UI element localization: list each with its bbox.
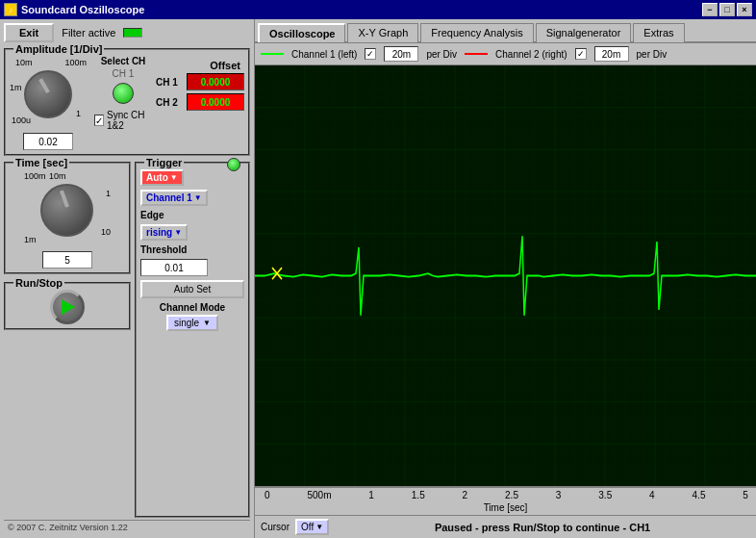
time-label-10m: 10m bbox=[49, 171, 66, 181]
offset-label: Offset bbox=[156, 60, 240, 71]
chevron-down-icon: ▼ bbox=[203, 319, 211, 327]
run-stop-button[interactable] bbox=[50, 290, 85, 324]
amplitude-label: Amplitude [1/Div] bbox=[13, 43, 104, 55]
x-tick-3_5: 3.5 bbox=[598, 490, 612, 500]
ch1-per-div-label: per Div bbox=[426, 49, 457, 60]
amplitude-knob-area: 10m 100m 1m 1 100u bbox=[10, 56, 87, 133]
filter-active-label: Filter active bbox=[62, 27, 115, 38]
amp-label-1: 1 bbox=[76, 109, 81, 118]
threshold-input[interactable] bbox=[140, 259, 208, 276]
time-label-1m: 1m bbox=[24, 235, 37, 244]
ch2-offset-input[interactable] bbox=[187, 93, 244, 111]
x-tick-3: 3 bbox=[556, 490, 562, 500]
app-title: Soundcard Oszilloscope bbox=[21, 4, 144, 15]
time-knob[interactable] bbox=[40, 184, 93, 237]
ch1-channel-label: Channel 1 (left) bbox=[291, 49, 357, 60]
time-value-input[interactable] bbox=[42, 251, 92, 269]
trigger-channel-dropdown[interactable]: Channel 1 ▼ bbox=[140, 190, 208, 206]
ch1-per-div-input[interactable] bbox=[384, 46, 418, 62]
x-tick-1_5: 1.5 bbox=[412, 490, 425, 500]
tab-oscilloscope[interactable]: Oscilloscope bbox=[258, 23, 345, 42]
time-label-10: 10 bbox=[101, 227, 111, 237]
ch2-per-div-input[interactable] bbox=[594, 46, 629, 62]
tab-signal-generator[interactable]: Signalgenerator bbox=[536, 23, 632, 42]
chevron-down-icon: ▼ bbox=[170, 173, 178, 182]
ch1-line-indicator bbox=[261, 53, 284, 55]
x-axis-unit-label: Time [sec] bbox=[255, 502, 756, 515]
amplitude-value-input[interactable] bbox=[23, 133, 73, 150]
left-panel: Exit Filter active Amplitude [1/Div] 10m… bbox=[0, 19, 255, 538]
chevron-down-icon: ▼ bbox=[174, 228, 182, 237]
time-section: Time [sec] 100m 10m 1 10 1m bbox=[4, 162, 131, 274]
tab-extras[interactable]: Extras bbox=[633, 23, 684, 42]
ch1-enable-checkbox[interactable]: ✓ bbox=[365, 48, 376, 60]
copyright-text: © 2007 C. Zeitnitz Version 1.22 bbox=[8, 523, 128, 532]
sync-row: ✓ Sync CH 1&2 bbox=[94, 110, 152, 131]
exit-button[interactable]: Exit bbox=[4, 23, 54, 42]
run-stop-section: Run/Stop bbox=[4, 282, 131, 330]
x-tick-0: 0 bbox=[265, 490, 270, 500]
toolbar: Exit Filter active bbox=[4, 23, 250, 42]
x-tick-1: 1 bbox=[368, 490, 374, 500]
time-label-1: 1 bbox=[106, 189, 111, 198]
channel-mode-area: Channel Mode single ▼ bbox=[140, 302, 244, 331]
osc-svg bbox=[255, 65, 756, 486]
amp-label-100m: 100m bbox=[64, 58, 87, 67]
bottom-bar: Cursor Off ▼ Paused - press Run/Stop to … bbox=[255, 515, 756, 538]
trigger-label: Trigger bbox=[144, 157, 184, 168]
trigger-led bbox=[227, 158, 240, 171]
oscilloscope-display bbox=[255, 65, 756, 486]
time-knob-area: 100m 10m 1 10 1m bbox=[24, 169, 111, 251]
app-icon: ♪ bbox=[4, 3, 17, 16]
sync-label: Sync CH 1&2 bbox=[107, 110, 152, 131]
copyright-bar: © 2007 C. Zeitnitz Version 1.22 bbox=[4, 520, 250, 534]
x-tick-2: 2 bbox=[463, 490, 468, 500]
run-stop-label: Run/Stop bbox=[13, 277, 64, 289]
chevron-down-icon: ▼ bbox=[194, 193, 202, 202]
select-ch-area: Select CH CH 1 ✓ Sync CH 1&2 bbox=[94, 56, 152, 150]
tabs-bar: Oscilloscope X-Y Graph Frequency Analysi… bbox=[255, 19, 756, 43]
ch2-channel-label: Channel 2 (right) bbox=[495, 49, 567, 60]
ch2-enable-checkbox[interactable]: ✓ bbox=[575, 48, 587, 60]
x-tick-2_5: 2.5 bbox=[505, 490, 518, 500]
filter-led bbox=[123, 28, 142, 38]
ch1-selector-label: CH 1 bbox=[113, 68, 135, 79]
threshold-label: Threshold bbox=[140, 244, 187, 255]
trigger-edge-dropdown[interactable]: rising ▼ bbox=[140, 224, 188, 241]
amplitude-section: Amplitude [1/Div] 10m 100m 1m 1 100u Sel… bbox=[4, 48, 250, 156]
ch1-offset-input[interactable] bbox=[187, 73, 244, 90]
status-text: Paused - press Run/Stop to continue - CH… bbox=[335, 522, 750, 533]
play-icon bbox=[62, 299, 75, 315]
amp-label-100u: 100u bbox=[12, 115, 31, 125]
ch2-per-div-label: per Div bbox=[637, 49, 668, 60]
cursor-label: Cursor bbox=[261, 522, 290, 532]
x-tick-500m: 500m bbox=[307, 490, 331, 500]
chevron-down-icon: ▼ bbox=[315, 523, 323, 531]
x-tick-5: 5 bbox=[743, 490, 748, 500]
x-axis-area: 0 500m 1 1.5 2 2.5 3 3.5 4 4.5 5 Time [s… bbox=[255, 486, 756, 515]
time-label: Time [sec] bbox=[13, 157, 69, 168]
tab-xy-graph[interactable]: X-Y Graph bbox=[347, 23, 418, 42]
tab-frequency-analysis[interactable]: Frequency Analysis bbox=[420, 23, 533, 42]
maximize-button[interactable]: □ bbox=[719, 3, 735, 16]
ch1-led[interactable] bbox=[113, 83, 134, 104]
minimize-button[interactable]: − bbox=[702, 3, 718, 16]
auto-set-button[interactable]: Auto Set bbox=[140, 280, 244, 298]
channel-mode-dropdown[interactable]: single ▼ bbox=[166, 315, 218, 331]
ch1-offset-label: CH 1 bbox=[156, 77, 183, 88]
trigger-mode-dropdown[interactable]: Auto ▼ bbox=[140, 169, 184, 186]
trigger-section: Trigger Auto ▼ Channel 1 ▼ bbox=[135, 162, 250, 518]
amplitude-knob[interactable] bbox=[24, 70, 72, 118]
title-bar: ♪ Soundcard Oszilloscope − □ × bbox=[0, 0, 756, 19]
cursor-dropdown[interactable]: Off ▼ bbox=[295, 519, 329, 535]
channel-mode-label: Channel Mode bbox=[160, 302, 225, 313]
sync-checkbox[interactable]: ✓ bbox=[94, 115, 104, 126]
amp-label-1m: 1m bbox=[10, 83, 22, 92]
x-axis-ticks: 0 500m 1 1.5 2 2.5 3 3.5 4 4.5 5 bbox=[255, 487, 756, 502]
close-button[interactable]: × bbox=[737, 3, 752, 16]
channel-bar: Channel 1 (left) ✓ per Div Channel 2 (ri… bbox=[255, 43, 756, 65]
x-tick-4_5: 4.5 bbox=[693, 490, 706, 500]
x-tick-4: 4 bbox=[649, 490, 655, 500]
amp-label-10m: 10m bbox=[15, 58, 33, 67]
time-label-100m: 100m bbox=[24, 171, 46, 181]
